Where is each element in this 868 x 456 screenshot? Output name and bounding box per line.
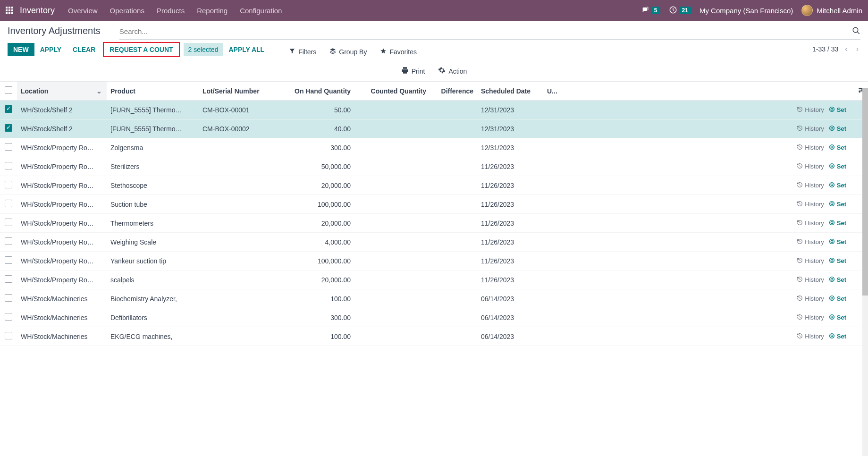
row-checkbox[interactable]: [5, 313, 12, 321]
row-checkbox[interactable]: [5, 237, 12, 245]
cell-location[interactable]: WH/Stock/Property Ro…: [17, 214, 107, 233]
cell-scheduled[interactable]: 11/26/2023: [477, 157, 543, 176]
app-brand[interactable]: Inventory: [20, 6, 55, 16]
cell-lot[interactable]: [199, 214, 284, 233]
print-button[interactable]: Print: [401, 67, 425, 76]
col-difference[interactable]: Difference: [430, 82, 477, 101]
set-button[interactable]: Set: [829, 295, 846, 303]
cell-location[interactable]: WH/Stock/Property Ro…: [17, 233, 107, 252]
cell-scheduled[interactable]: 06/14/2023: [477, 327, 543, 346]
col-counted[interactable]: Counted Quantity: [354, 82, 430, 101]
request-count-button[interactable]: REQUEST A COUNT: [103, 42, 179, 57]
cell-location[interactable]: WH/Stock/Property Ro…: [17, 138, 107, 157]
cell-lot[interactable]: [199, 270, 284, 289]
cell-scheduled[interactable]: 06/14/2023: [477, 308, 543, 327]
cell-lot[interactable]: [199, 327, 284, 346]
col-lot[interactable]: Lot/Serial Number: [199, 82, 284, 101]
cell-product[interactable]: [FURN_5555] Thermo…: [107, 101, 199, 119]
cell-location[interactable]: WH/Stock/Property Ro…: [17, 157, 107, 176]
cell-scheduled[interactable]: 11/26/2023: [477, 233, 543, 252]
row-checkbox[interactable]: [5, 124, 12, 132]
cell-scheduled[interactable]: 12/31/2023: [477, 119, 543, 138]
history-button[interactable]: History: [797, 333, 824, 340]
cell-user[interactable]: [543, 195, 567, 214]
cell-product[interactable]: EKG/ECG machines,: [107, 327, 199, 346]
cell-user[interactable]: [543, 289, 567, 308]
table-row[interactable]: WH/Stock/MachineriesBiochemistry Analyze…: [0, 289, 868, 308]
apply-all-button[interactable]: APPLY ALL: [223, 43, 270, 56]
history-button[interactable]: History: [797, 314, 824, 321]
table-row[interactable]: WH/Stock/Property Ro…Stethoscope20,000.0…: [0, 176, 868, 195]
cell-product[interactable]: Weighing Scale: [107, 233, 199, 252]
cell-user[interactable]: [543, 101, 567, 119]
cell-lot[interactable]: [199, 289, 284, 308]
cell-location[interactable]: WH/Stock/Property Ro…: [17, 176, 107, 195]
set-button[interactable]: Set: [829, 163, 846, 170]
cell-user[interactable]: [543, 327, 567, 346]
apps-icon[interactable]: [6, 7, 13, 14]
cell-lot[interactable]: CM-BOX-00001: [199, 101, 284, 119]
row-checkbox[interactable]: [5, 219, 12, 226]
cell-onhand[interactable]: 300.00: [284, 308, 354, 327]
cell-scheduled[interactable]: 11/26/2023: [477, 195, 543, 214]
cell-counted[interactable]: [354, 214, 430, 233]
cell-user[interactable]: [543, 308, 567, 327]
col-onhand[interactable]: On Hand Quantity: [284, 82, 354, 101]
cell-user[interactable]: [543, 214, 567, 233]
row-checkbox[interactable]: [5, 275, 12, 283]
cell-scheduled[interactable]: 11/26/2023: [477, 270, 543, 289]
history-button[interactable]: History: [797, 257, 824, 265]
cell-counted[interactable]: [354, 176, 430, 195]
col-user[interactable]: U...: [543, 82, 567, 101]
cell-lot[interactable]: [199, 138, 284, 157]
set-button[interactable]: Set: [829, 333, 846, 340]
row-checkbox[interactable]: [5, 105, 12, 113]
nav-operations[interactable]: Operations: [110, 7, 144, 15]
set-button[interactable]: Set: [829, 106, 846, 114]
history-button[interactable]: History: [797, 182, 824, 189]
cell-lot[interactable]: [199, 157, 284, 176]
history-button[interactable]: History: [797, 220, 824, 227]
cell-lot[interactable]: [199, 308, 284, 327]
history-button[interactable]: History: [797, 295, 824, 303]
set-button[interactable]: Set: [829, 276, 846, 284]
history-button[interactable]: History: [797, 144, 824, 152]
table-row[interactable]: WH/Stock/Property Ro…Weighing Scale4,000…: [0, 233, 868, 252]
search-input[interactable]: [119, 25, 852, 37]
cell-location[interactable]: WH/Stock/Property Ro…: [17, 195, 107, 214]
pager-next[interactable]: ›: [854, 45, 860, 53]
table-row[interactable]: WH/Stock/Property Ro…scalpels20,000.0011…: [0, 270, 868, 289]
cell-scheduled[interactable]: 11/26/2023: [477, 176, 543, 195]
set-button[interactable]: Set: [829, 238, 846, 246]
cell-user[interactable]: [543, 119, 567, 138]
messaging-menu[interactable]: 5: [641, 6, 660, 15]
col-scheduled[interactable]: Scheduled Date: [477, 82, 543, 101]
history-button[interactable]: History: [797, 201, 824, 208]
nav-reporting[interactable]: Reporting: [197, 7, 228, 15]
cell-lot[interactable]: CM-BOX-00002: [199, 119, 284, 138]
clear-button[interactable]: CLEAR: [67, 43, 101, 56]
cell-product[interactable]: Thermometers: [107, 214, 199, 233]
cell-user[interactable]: [543, 138, 567, 157]
table-row[interactable]: WH/Stock/Shelf 2[FURN_5555] Thermo…CM-BO…: [0, 119, 868, 138]
cell-product[interactable]: [FURN_5555] Thermo…: [107, 119, 199, 138]
cell-scheduled[interactable]: 11/26/2023: [477, 214, 543, 233]
set-button[interactable]: Set: [829, 125, 846, 133]
apply-button[interactable]: APPLY: [34, 43, 67, 56]
cell-location[interactable]: WH/Stock/Shelf 2: [17, 119, 107, 138]
groupby-button[interactable]: Group By: [329, 48, 367, 56]
action-button[interactable]: Action: [438, 67, 467, 76]
user-menu[interactable]: Mitchell Admin: [801, 5, 862, 16]
cell-user[interactable]: [543, 157, 567, 176]
cell-user[interactable]: [543, 233, 567, 252]
select-all-checkbox[interactable]: [5, 86, 12, 94]
table-row[interactable]: WH/Stock/MachineriesEKG/ECG machines,100…: [0, 327, 868, 346]
cell-onhand[interactable]: 100,000.00: [284, 252, 354, 270]
chevron-down-icon[interactable]: ⌄: [96, 87, 102, 95]
cell-user[interactable]: [543, 270, 567, 289]
scrollbar-thumb[interactable]: [862, 88, 868, 296]
cell-location[interactable]: WH/Stock/Machineries: [17, 289, 107, 308]
col-location[interactable]: Location ⌄: [17, 82, 107, 101]
set-button[interactable]: Set: [829, 314, 846, 321]
set-button[interactable]: Set: [829, 201, 846, 208]
